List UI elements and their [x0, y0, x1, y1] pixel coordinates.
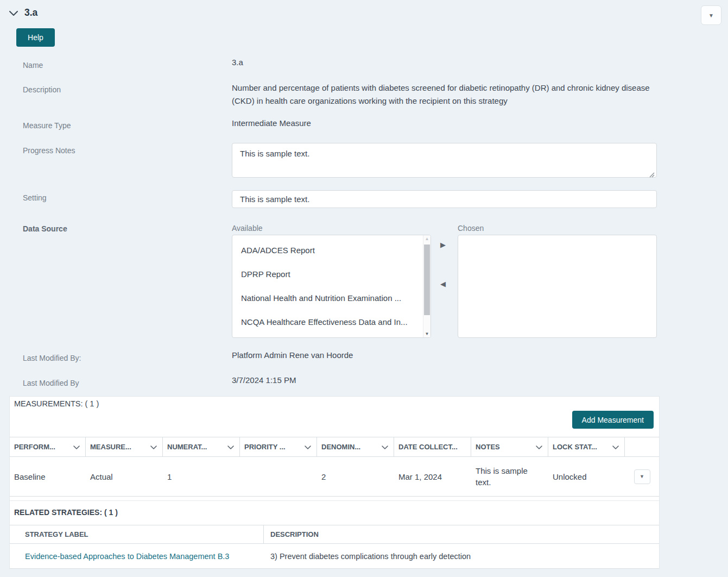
last-modified-by-value: Platform Admin Rene van Hoorde — [232, 350, 353, 360]
chevron-down-icon[interactable] — [612, 443, 619, 451]
section-divider — [10, 500, 659, 501]
available-item[interactable]: ADA/ADCES Report — [232, 239, 431, 262]
column-header-lock-status[interactable]: LOCK STAT... — [548, 437, 625, 456]
scroll-down-icon[interactable]: ▼ — [423, 331, 431, 336]
cell-denominator: 2 — [317, 467, 394, 487]
add-measurement-button[interactable]: Add Measurement — [572, 411, 654, 429]
scroll-up-icon[interactable]: ▲ — [423, 236, 431, 241]
scrollbar-thumb[interactable] — [424, 244, 430, 315]
column-header-description: DESCRIPTION — [264, 525, 659, 543]
description-value: Number and percentage of patients with d… — [232, 81, 661, 108]
column-header-priority[interactable]: PRIORITY ... — [240, 437, 317, 456]
related-strategies-title: RELATED STRATEGIES: ( 1 ) — [14, 508, 118, 517]
progress-notes-label: Progress Notes — [23, 146, 75, 155]
progress-notes-textarea[interactable]: This is sample text. — [232, 143, 657, 178]
data-source-label: Data Source — [23, 224, 67, 233]
measurements-table-header: PERFORM... MEASURE... NUMERAT... PRIORIT… — [10, 437, 659, 457]
cell-priority — [240, 472, 317, 481]
row-actions-button[interactable]: ▼ — [634, 469, 650, 484]
cell-performance: Baseline — [10, 467, 86, 487]
last-modified-date-value: 3/7/2024 1:15 PM — [232, 375, 296, 385]
caret-down-icon: ▼ — [640, 471, 644, 482]
move-right-arrow-icon[interactable]: ▶ — [440, 241, 446, 249]
chevron-down-icon[interactable] — [73, 443, 80, 451]
column-header-date-collected[interactable]: DATE COLLECT... — [394, 437, 471, 456]
progress-notes-value: This is sample text. — [240, 149, 309, 158]
measure-type-value: Intermediate Measure — [232, 118, 311, 128]
strategy-description: 3) Prevent diabetes complications throug… — [264, 552, 659, 561]
chosen-listbox[interactable] — [458, 235, 657, 338]
chevron-down-icon[interactable] — [382, 443, 388, 451]
move-left-arrow-icon[interactable]: ◀ — [440, 280, 446, 288]
measurements-panel: MEASUREMENTS: ( 1 ) Add Measurement PERF… — [9, 396, 660, 569]
column-header-performance[interactable]: PERFORM... — [10, 437, 86, 456]
cell-measure: Actual — [86, 467, 163, 487]
chosen-label: Chosen — [458, 224, 484, 233]
column-header-notes[interactable]: NOTES — [471, 437, 548, 456]
collapse-chevron-icon[interactable] — [9, 9, 18, 16]
help-button[interactable]: Help — [16, 28, 55, 47]
related-strategy-row[interactable]: Evidence-based Approaches to Diabetes Ma… — [10, 544, 659, 569]
last-modified-by-label: Last Modified By: — [23, 354, 81, 362]
column-header-denominator[interactable]: DENOMIN... — [317, 437, 394, 456]
related-strategies-table-header: STRATEGY LABEL DESCRIPTION — [10, 525, 659, 544]
setting-input[interactable]: This is sample text. — [232, 190, 657, 208]
section-menu-button[interactable]: ▼ — [701, 5, 721, 25]
resize-handle-icon[interactable] — [649, 170, 655, 175]
chevron-down-icon[interactable] — [536, 443, 542, 451]
column-header-actions — [625, 437, 659, 456]
chevron-down-icon[interactable] — [305, 443, 311, 451]
page-title: 3.a — [24, 7, 37, 18]
measurements-title: MEASUREMENTS: ( 1 ) — [14, 399, 99, 408]
available-item[interactable]: DPRP Report — [232, 262, 431, 286]
cell-date-collected: Mar 1, 2024 — [394, 467, 471, 487]
cell-lock-status: Unlocked — [548, 467, 625, 487]
column-header-numerator[interactable]: NUMERAT... — [163, 437, 240, 456]
last-modified-date-label: Last Modified By — [23, 379, 79, 387]
column-header-strategy-label: STRATEGY LABEL — [10, 525, 264, 543]
name-value: 3.a — [232, 58, 243, 67]
strategy-link[interactable]: Evidence-based Approaches to Diabetes Ma… — [25, 552, 229, 561]
chevron-down-icon[interactable] — [227, 443, 234, 451]
name-label: Name — [23, 61, 43, 70]
available-listbox[interactable]: ADA/ADCES Report DPRP Report National He… — [232, 235, 431, 338]
cell-numerator: 1 — [163, 467, 240, 487]
available-scrollbar[interactable]: ▲ ▼ — [423, 235, 431, 337]
measure-type-label: Measure Type — [23, 121, 71, 130]
available-item[interactable]: National Health and Nutrition Examinatio… — [232, 286, 431, 310]
description-label: Description — [23, 85, 61, 94]
available-item[interactable]: NCQA Healthcare Effectiveness Data and I… — [232, 310, 431, 334]
caret-down-icon: ▼ — [708, 12, 714, 18]
chevron-down-icon[interactable] — [150, 443, 157, 451]
column-header-measure[interactable]: MEASURE... — [86, 437, 163, 456]
measurement-row[interactable]: Baseline Actual 1 2 Mar 1, 2024 This is … — [10, 457, 659, 497]
cell-notes: This is sample text. — [471, 461, 548, 492]
setting-label: Setting — [23, 193, 47, 202]
available-label: Available — [232, 224, 263, 233]
